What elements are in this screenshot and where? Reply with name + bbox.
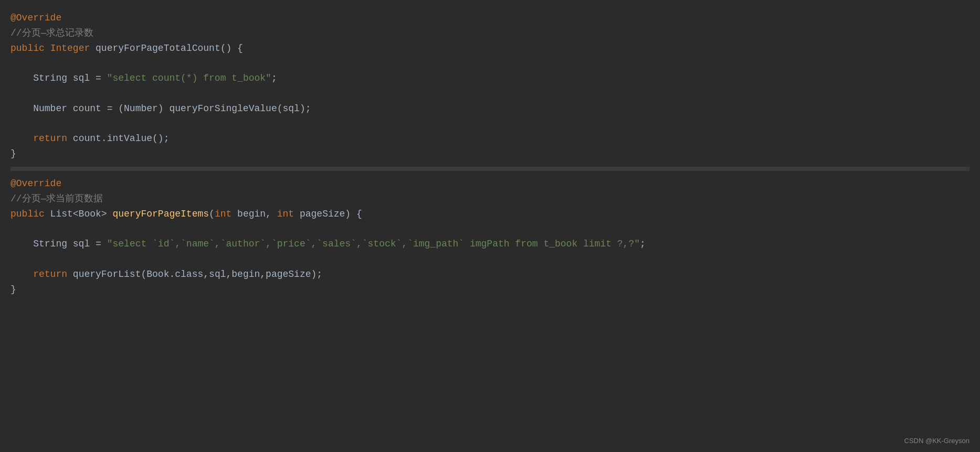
code-line: @Override — [10, 176, 970, 191]
code-line — [10, 86, 970, 101]
code-block-1: @Override//分页—求总记录数public Integer queryF… — [10, 10, 970, 162]
code-line: } — [10, 146, 970, 162]
code-line: return queryForList(Book.class,sql,begin… — [10, 267, 970, 282]
code-line — [10, 116, 970, 132]
code-line: //分页—求当前页数据 — [10, 191, 970, 207]
code-line: String sql = "select count(*) from t_boo… — [10, 71, 970, 86]
code-line: public List<Book> queryForPageItems(int … — [10, 207, 970, 222]
code-container: @Override//分页—求总记录数public Integer queryF… — [0, 0, 980, 307]
code-line: @Override — [10, 10, 970, 26]
code-line — [10, 252, 970, 267]
code-line: //分页—求总记录数 — [10, 26, 970, 41]
code-line — [10, 56, 970, 71]
divider — [10, 167, 970, 171]
code-line: String sql = "select `id`,`name`,`author… — [10, 236, 970, 252]
footer-text: CSDN @KK-Greyson — [904, 436, 970, 447]
code-line: } — [10, 282, 970, 297]
code-line: public Integer queryForPageTotalCount() … — [10, 41, 970, 56]
code-line: Number count = (Number) queryForSingleVa… — [10, 101, 970, 116]
code-line — [10, 221, 970, 236]
code-block-2: @Override//分页—求当前页数据public List<Book> qu… — [10, 176, 970, 297]
code-line: return count.intValue(); — [10, 131, 970, 146]
